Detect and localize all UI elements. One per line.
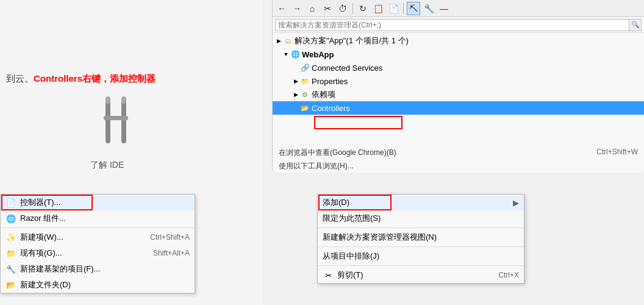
razor-icon: 🌐 — [5, 213, 16, 224]
menu-item-new[interactable]: ✨ 新建项(W)... Ctrl+Shift+A — [1, 229, 195, 245]
new-item-shortcut: Ctrl+Shift+A — [150, 233, 190, 242]
controllers-node[interactable]: ▶ 📂 Controllers — [273, 101, 644, 115]
add-label: 添加(D) — [323, 197, 513, 208]
new-item-label: 新建项(W)... — [20, 232, 138, 243]
browse-chrome-label: 在浏览器中查看(Google Chrome)(B) — [279, 148, 396, 158]
svg-rect-2 — [121, 98, 126, 143]
menu-item-exclude[interactable]: 从项目中排除(J) — [318, 248, 524, 264]
webapp-label: WebApp — [302, 50, 334, 59]
search-row: 🔍 — [273, 17, 644, 33]
refresh-button[interactable]: ↻ — [356, 2, 370, 15]
browse-tools-line[interactable]: 使用以下工具浏览(H)... — [275, 160, 642, 173]
menu-item-scaffold[interactable]: 🔧 新搭建基架的项目(F)... — [1, 261, 195, 277]
cut-icon: ✂ — [323, 270, 334, 281]
prefix-text: 到云。 — [6, 73, 34, 84]
file-button[interactable]: 📄 — [387, 2, 400, 15]
toolbar-sep2 — [403, 3, 404, 14]
controllers-label: Controllers — [312, 104, 350, 113]
razor-label: Razor 组件... — [20, 213, 190, 224]
search-input[interactable] — [275, 19, 629, 31]
search-button[interactable]: 🔍 — [629, 19, 642, 31]
controller-menu-icon: 📄 — [5, 197, 16, 208]
expand-arrow-props: ▶ — [292, 77, 299, 85]
connected-services-label: Connected Services — [312, 63, 382, 73]
se-toolbar: ← → ⌂ ✂ ⏱ ↻ 📋 📄 ⛏ 🔧 — — [273, 0, 644, 17]
context-menu-right: 添加(D) ▶ 限定为此范围(S) 新建解决方案资源管理器视图(N) 从项目中排… — [317, 194, 524, 284]
browse-chrome-shortcut: Ctrl+Shift+W — [596, 148, 638, 158]
minimize-button[interactable]: — — [437, 2, 451, 15]
scissors-button[interactable]: ✂ — [321, 2, 334, 15]
webapp-node[interactable]: ▼ 🌐 WebApp — [273, 48, 644, 61]
existing-label: 现有项(G)... — [20, 248, 141, 259]
browse-chrome-line[interactable]: 在浏览器中查看(Google Chrome)(B) Ctrl+Shift+W — [275, 146, 642, 159]
menu-sep-r1 — [318, 228, 524, 228]
exclude-label: 从项目中排除(J) — [323, 251, 519, 262]
learn-ide-text: 了解 IDE — [90, 160, 124, 171]
deps-label: 依赖项 — [312, 89, 335, 100]
expand-arrow-solution: ▶ — [275, 37, 282, 45]
menu-sep-r2 — [318, 246, 524, 247]
settings-button[interactable]: 🔧 — [422, 2, 435, 15]
menu-item-add[interactable]: 添加(D) ▶ — [318, 195, 524, 210]
ide-icon — [95, 95, 137, 156]
new-folder-icon: 📂 — [5, 279, 16, 290]
scope-label: 限定为此范围(S) — [323, 213, 519, 224]
new-item-icon: ✨ — [5, 232, 16, 243]
existing-shortcut: Shift+Alt+A — [153, 249, 190, 257]
history-button[interactable]: ⏱ — [336, 2, 349, 15]
solution-node[interactable]: ▶ 🗂 解决方案"App"(1 个项目/共 1 个) — [273, 34, 644, 48]
solution-explorer: ← → ⌂ ✂ ⏱ ↻ 📋 📄 ⛏ 🔧 — 🔍 ▶ 🗂 解决方案"App"(1 … — [272, 0, 644, 171]
svg-rect-4 — [104, 116, 128, 120]
deps-node[interactable]: ▶ ⚙ 依赖项 — [273, 88, 644, 101]
properties-node[interactable]: ▶ 📁 Properties — [273, 74, 644, 88]
new-view-label: 新建解决方案资源管理器视图(N) — [323, 232, 519, 243]
add-arrow: ▶ — [513, 198, 519, 207]
menu-sep-r3 — [318, 265, 524, 266]
context-menu-left: 📄 控制器(T)... 🌐 Razor 组件... ✨ 新建项(W)... Ct… — [0, 194, 195, 293]
browse-tools-label: 使用以下工具浏览(H)... — [279, 162, 354, 170]
properties-icon: 📁 — [300, 76, 310, 86]
svg-rect-0 — [106, 98, 110, 143]
properties-label: Properties — [312, 77, 348, 86]
expand-arrow-webapp: ▼ — [282, 51, 290, 58]
controllers-red-box — [314, 116, 402, 129]
svg-rect-1 — [106, 96, 110, 104]
svg-rect-3 — [121, 96, 126, 104]
scaffold-label: 新搭建基架的项目(F)... — [20, 264, 190, 274]
solution-icon: 🗂 — [283, 36, 293, 46]
home-button[interactable]: ⌂ — [306, 2, 319, 15]
controller-label: 控制器(T)... — [20, 197, 190, 208]
back-button[interactable]: ← — [275, 2, 288, 15]
scaffold-icon: 🔧 — [5, 264, 16, 274]
main-instruction: Controllers右键，添加控制器 — [34, 73, 156, 84]
expand-arrow-deps: ▶ — [292, 91, 299, 98]
menu-item-new-folder[interactable]: 📂 新建文件夹(D) — [1, 277, 195, 293]
solution-label: 解决方案"App"(1 个项目/共 1 个) — [295, 35, 409, 46]
controllers-icon: 📂 — [300, 103, 310, 113]
cut-label: 剪切(T) — [337, 270, 486, 281]
menu-item-existing[interactable]: 📁 现有项(G)... Shift+Alt+A — [1, 245, 195, 261]
menu-item-scope[interactable]: 限定为此范围(S) — [318, 210, 524, 226]
menu-item-cut[interactable]: ✂ 剪切(T) Ctrl+X — [318, 267, 524, 283]
connected-services-node[interactable]: ▶ 🔗 Connected Services — [273, 61, 644, 74]
forward-button[interactable]: → — [290, 2, 304, 15]
menu-item-razor[interactable]: 🌐 Razor 组件... — [1, 210, 195, 226]
intro-text: 到云。Controllers右键，添加控制器 — [6, 72, 156, 85]
new-folder-label: 新建文件夹(D) — [20, 279, 190, 290]
webapp-icon: 🌐 — [290, 49, 300, 59]
toolbar-sep1 — [352, 3, 353, 14]
solution-tree: ▶ 🗂 解决方案"App"(1 个项目/共 1 个) ▼ 🌐 WebApp ▶ … — [273, 33, 644, 116]
menu-item-controller[interactable]: 📄 控制器(T)... — [1, 195, 195, 210]
menu-item-new-view[interactable]: 新建解决方案资源管理器视图(N) — [318, 229, 524, 245]
copy-button[interactable]: 📋 — [371, 2, 385, 15]
structure-button[interactable]: ⛏ — [407, 2, 420, 15]
menu-sep-1 — [1, 228, 195, 228]
connected-services-icon: 🔗 — [300, 63, 310, 73]
deps-icon: ⚙ — [300, 90, 310, 99]
existing-icon: 📁 — [5, 248, 16, 259]
cut-shortcut: Ctrl+X — [498, 271, 519, 279]
